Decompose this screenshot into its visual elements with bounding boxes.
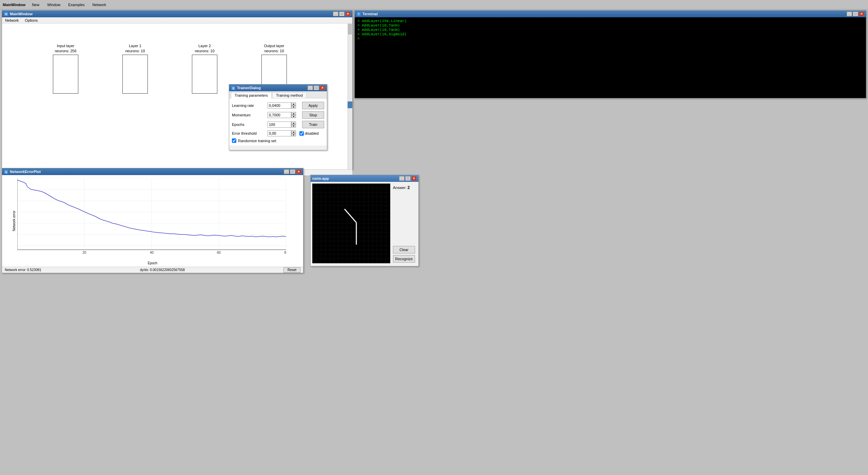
main-scrollbar-v[interactable] [348, 23, 352, 169]
terminal-titlebar: T Terminal _ □ ✕ [355, 11, 866, 17]
error-plot-minimize[interactable]: _ [284, 169, 289, 174]
layer-1-title: Layer 1 [129, 44, 141, 48]
main-window-close[interactable]: ✕ [345, 12, 351, 16]
error-plot-area: Network error 0,55 0,545 0,54 0,535 0,53… [2, 175, 303, 267]
learning-rate-down[interactable]: ▼ [291, 106, 296, 109]
answer-value: 2 [408, 185, 410, 190]
main-menu-options[interactable]: Options [23, 18, 39, 23]
layer-1-neurons: neurons: 10 [125, 49, 145, 53]
recognize-button[interactable]: Recognize [393, 255, 415, 263]
randomize-checkbox[interactable] [232, 138, 236, 143]
error-threshold-up[interactable]: ▲ [291, 130, 296, 133]
epochs-row: Epochs ▲ ▼ Train [232, 121, 324, 128]
taskbar-menu-examples[interactable]: Examples [67, 2, 86, 7]
error-plot-maximize[interactable]: □ [290, 169, 295, 174]
terminal-minimize[interactable]: _ [847, 12, 852, 16]
error-threshold-label: Error threshold [232, 131, 266, 135]
main-menu-network[interactable]: Network [4, 18, 20, 23]
terminal-close[interactable]: ✕ [859, 12, 864, 16]
nsim-minimize[interactable]: _ [399, 176, 405, 181]
terminal-icon: T [356, 12, 361, 16]
nsim-titlebar: nsim-app _ □ ✕ [311, 175, 418, 182]
trainer-titlebar: Q TrainerDialog _ □ ✕ [229, 84, 327, 91]
nsim-content: Answer: 2 Clear Recognize [311, 182, 418, 266]
layer-1-rect [122, 55, 148, 94]
apply-button[interactable]: Apply [302, 102, 324, 109]
terminal-content[interactable]: > AddLayer(256,Linear) > AddLayer(10,Tan… [355, 17, 866, 98]
nsim-maximize[interactable]: □ [405, 176, 411, 181]
momentum-input-group: ▲ ▼ [268, 112, 296, 118]
tab-training-method[interactable]: Training method [272, 92, 307, 98]
error-threshold-row: Error threshold ▲ ▼ disabled [232, 130, 324, 136]
x-axis-label: Epoch [148, 261, 157, 265]
learning-rate-up[interactable]: ▲ [291, 102, 296, 106]
epochs-label: Epochs [232, 122, 266, 127]
layer-2-title: Layer 2 [198, 44, 211, 48]
error-threshold-down[interactable]: ▼ [291, 133, 296, 136]
plot-statusbar: Network error: 0.523081 dy/dx: 0.0015622… [2, 267, 303, 273]
svg-text:80: 80 [284, 251, 286, 254]
error-plot-title: NetworkErrorPlot [10, 170, 41, 174]
trainer-minimize[interactable]: _ [308, 86, 313, 90]
plot-dy-dx: dy/dx: 0.00156220602567558 [140, 268, 185, 272]
tab-training-parameters[interactable]: Training parameters [231, 92, 272, 98]
main-scrollbar-thumb[interactable] [348, 24, 352, 34]
train-button[interactable]: Train [302, 121, 324, 128]
nsim-sidebar: Answer: 2 Clear Recognize [393, 184, 415, 264]
scroll-indicator [348, 101, 352, 108]
epochs-down[interactable]: ▼ [291, 125, 296, 128]
trainer-dialog: Q TrainerDialog _ □ ✕ Training parameter… [229, 84, 327, 150]
clear-button[interactable]: Clear [393, 246, 415, 253]
layer-input-title: Input layer [57, 44, 74, 48]
answer-label: Answer: [393, 186, 407, 190]
learning-rate-input[interactable] [268, 102, 291, 109]
terminal-line-2: > AddLayer(10,TanH) [357, 28, 863, 32]
error-plot-icon: Q [4, 169, 8, 174]
stop-button[interactable]: Stop [302, 111, 324, 119]
error-threshold-input-group: ▲ ▼ [268, 130, 296, 136]
disabled-checkbox[interactable] [299, 131, 304, 136]
svg-rect-24 [312, 184, 390, 263]
momentum-up[interactable]: ▲ [291, 112, 296, 115]
main-window-titlebar: M MainWindow _ □ ✕ [2, 11, 352, 17]
main-window-icon: M [4, 12, 8, 16]
learning-rate-row: Learning rate ▲ ▼ Apply [232, 102, 324, 109]
y-axis-label: Network error [12, 211, 16, 231]
layer-output-title: Output layer [264, 44, 284, 48]
momentum-down[interactable]: ▼ [291, 115, 296, 118]
nsim-grid-svg [312, 184, 390, 263]
main-window-maximize[interactable]: □ [339, 12, 344, 16]
learning-rate-input-group: ▲ ▼ [268, 102, 296, 109]
plot-network-error: Network error: 0.523081 [5, 268, 41, 272]
randomize-row: Randomize training set [232, 138, 324, 143]
momentum-row: Momentum ▲ ▼ Stop [232, 111, 324, 119]
main-window-minimize[interactable]: _ [333, 12, 338, 16]
error-plot-titlebar: Q NetworkErrorPlot _ □ ✕ [2, 168, 303, 175]
answer-display: Answer: 2 [393, 185, 415, 190]
error-threshold-spinners: ▲ ▼ [291, 130, 296, 136]
trainer-icon: Q [231, 86, 236, 90]
error-plot-close[interactable]: ✕ [296, 169, 301, 174]
trainer-maximize[interactable]: □ [314, 86, 319, 90]
momentum-input[interactable] [268, 112, 291, 118]
momentum-label: Momentum [232, 113, 266, 117]
taskbar-menu-new[interactable]: New [31, 2, 41, 7]
nsim-close[interactable]: ✕ [411, 176, 417, 181]
learning-rate-label: Learning rate [232, 103, 266, 108]
momentum-spinners: ▲ ▼ [291, 112, 296, 118]
trainer-dialog-body: Learning rate ▲ ▼ Apply Momentum ▲ ▼ Sto… [229, 98, 327, 146]
terminal-line-1: > AddLayer(10,TanH) [357, 23, 863, 27]
epochs-up[interactable]: ▲ [291, 121, 296, 125]
terminal-line-3: > AddLayer(10,Sigmoid) [357, 32, 863, 36]
layer-output-neurons: neurons: 10 [264, 49, 284, 53]
terminal-maximize[interactable]: □ [853, 12, 858, 16]
reset-button[interactable]: Reset [283, 267, 300, 273]
epochs-input[interactable] [268, 121, 291, 128]
nsim-canvas[interactable] [312, 184, 390, 263]
trainer-close[interactable]: ✕ [320, 86, 325, 90]
taskbar-menu-network[interactable]: Network [91, 2, 107, 7]
taskbar-menu-window[interactable]: Window [46, 2, 62, 7]
main-window-menubar: Network Options [2, 17, 352, 23]
terminal-title: Terminal [362, 12, 378, 16]
error-threshold-input[interactable] [268, 130, 291, 136]
